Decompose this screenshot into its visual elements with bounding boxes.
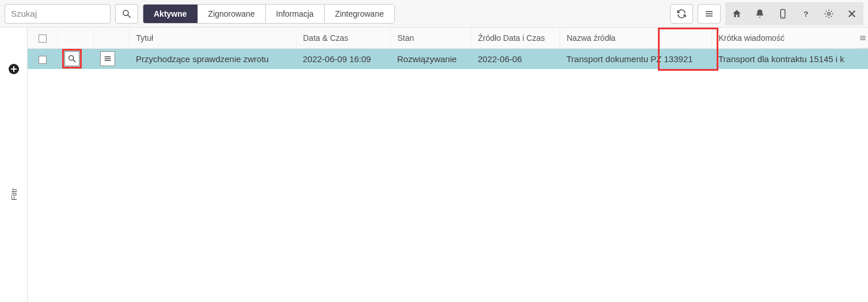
svg-point-6: [782, 16, 783, 17]
notifications-button[interactable]: [748, 2, 771, 25]
cell-src-datetime: 2022-06-06: [471, 48, 559, 69]
cell-state: Rozwiązywanie: [390, 48, 471, 69]
svg-text:?: ?: [804, 9, 808, 18]
table-header-row: Tytuł Data & Czas Stan Źródło Data i Cza…: [28, 28, 868, 48]
table-column-menu[interactable]: [858, 28, 868, 48]
bell-icon: [755, 9, 765, 19]
svg-point-0: [123, 10, 128, 16]
refresh-button[interactable]: [670, 4, 693, 24]
tab-informacja[interactable]: Informacja: [266, 5, 325, 23]
home-button[interactable]: [725, 2, 748, 25]
tab-zignorowane[interactable]: Zignorowane: [198, 5, 266, 23]
table-wrap: Tytuł Data & Czas Stan Źródło Data i Cza…: [28, 28, 868, 302]
select-all-checkbox[interactable]: [39, 35, 47, 43]
svg-line-15: [73, 60, 75, 62]
plus-circle-icon: [7, 62, 21, 76]
filter-rail-label: Filtr: [9, 188, 18, 201]
list-icon: [704, 9, 714, 19]
col-short-msg[interactable]: Krótka wiadomość: [711, 28, 868, 48]
row-checkbox[interactable]: [39, 56, 47, 64]
toolbar: Aktywne Zignorowane Informacja Zintegrow…: [0, 0, 868, 28]
svg-line-1: [128, 15, 131, 18]
filter-rail: Filtr: [0, 28, 28, 302]
hamburger-icon: [859, 34, 867, 42]
question-icon: ?: [801, 9, 811, 19]
results-table: Tytuł Data & Czas Stan Źródło Data i Cza…: [28, 28, 868, 69]
settings-button[interactable]: [817, 2, 840, 25]
status-tabs: Aktywne Zignorowane Informacja Zintegrow…: [143, 4, 395, 24]
search-input[interactable]: [5, 4, 111, 24]
tab-aktywne[interactable]: Aktywne: [143, 5, 198, 23]
close-icon: [847, 9, 857, 19]
refresh-icon: [676, 9, 687, 19]
tab-zintegrowane[interactable]: Zintegrowane: [325, 5, 394, 23]
list-icon: [103, 54, 112, 63]
help-button[interactable]: ?: [794, 2, 817, 25]
col-select-all: [28, 28, 58, 48]
col-title[interactable]: Tytuł: [129, 28, 296, 48]
search-button[interactable]: [115, 4, 138, 24]
list-view-button[interactable]: [698, 4, 721, 24]
add-filter-button[interactable]: [7, 62, 21, 76]
search-icon: [121, 9, 132, 19]
svg-point-14: [69, 56, 74, 60]
home-icon: [732, 9, 742, 19]
search-icon: [67, 54, 77, 63]
col-state[interactable]: Stan: [390, 28, 471, 48]
gear-icon: [824, 9, 834, 19]
col-src-datetime[interactable]: Źródło Data i Czas: [471, 28, 559, 48]
cell-src-name: Transport dokumentu PZ 133921: [559, 48, 711, 69]
col-src-name[interactable]: Nazwa źródła: [559, 28, 711, 48]
cell-datetime: 2022-06-09 16:09: [296, 48, 390, 69]
close-button[interactable]: [840, 2, 863, 25]
row-menu-button[interactable]: [100, 51, 115, 66]
cell-short-msg: Transport dla kontraktu 15145 i k: [711, 48, 868, 69]
col-datetime[interactable]: Data & Czas: [296, 28, 390, 48]
svg-point-8: [828, 12, 831, 15]
mobile-icon: [778, 9, 788, 19]
system-icons: ?: [725, 2, 863, 25]
row-preview-button[interactable]: [64, 51, 79, 66]
cell-title: Przychodzące sprawdzenie zwrotu: [129, 48, 296, 69]
table-row[interactable]: Przychodzące sprawdzenie zwrotu 2022-06-…: [28, 48, 868, 69]
mobile-button[interactable]: [771, 2, 794, 25]
